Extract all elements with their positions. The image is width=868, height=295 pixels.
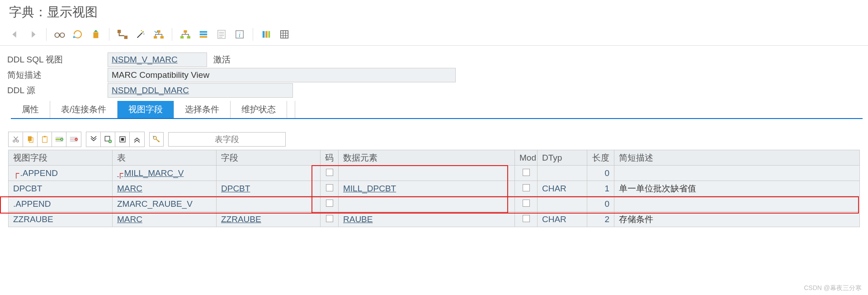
- structure-icon[interactable]: [179, 29, 191, 40]
- checkbox-icon[interactable]: [523, 215, 530, 222]
- cell-mod[interactable]: [515, 166, 538, 181]
- checkbox-icon[interactable]: [523, 184, 530, 191]
- grid-icon[interactable]: [278, 29, 290, 40]
- tab-maintenance[interactable]: 维护状态: [231, 101, 287, 118]
- tab-viewfields[interactable]: 视图字段: [118, 101, 174, 118]
- cell-field[interactable]: ZZRAUBE: [217, 212, 321, 227]
- cell-table[interactable]: MARC: [113, 181, 217, 196]
- ddl-sql-view-value[interactable]: NSDM_V_MARC: [108, 52, 207, 67]
- table-row[interactable]: .APPEND ZMARC_RAUBE_V 0: [9, 196, 860, 212]
- table-row[interactable]: DPCBT MARC DPCBT MILL_DPCBT CHAR 1 单一单位批…: [9, 181, 860, 196]
- collapse-all-icon[interactable]: [130, 132, 144, 147]
- cell-data-element[interactable]: RAUBE: [339, 212, 515, 227]
- cell-key[interactable]: [321, 196, 339, 212]
- svg-rect-13: [187, 36, 190, 39]
- col-table[interactable]: 表: [113, 150, 217, 166]
- cell-table[interactable]: MARC: [113, 212, 217, 227]
- tab-join[interactable]: 表/连接条件: [50, 101, 118, 118]
- cell-field[interactable]: [217, 166, 321, 181]
- delete-row-icon[interactable]: [66, 132, 81, 147]
- cell-mod[interactable]: [515, 196, 538, 212]
- col-dtyp[interactable]: DTyp: [538, 150, 587, 166]
- table-header-row: 视图字段 表 字段 码 数据元素 Mod DTyp 长度 简短描述: [9, 150, 860, 166]
- svg-rect-11: [184, 30, 187, 33]
- cell-view-field[interactable]: .APPEND: [9, 196, 113, 212]
- glasses-icon[interactable]: [54, 29, 66, 40]
- checkbox-icon[interactable]: [523, 200, 530, 207]
- view-fields-table: 视图字段 表 字段 码 数据元素 Mod DTyp 长度 简短描述 ┌.APPE…: [8, 150, 860, 227]
- cell-data-element[interactable]: MILL_DPCBT: [339, 181, 515, 196]
- cell-view-field[interactable]: ┌.APPEND: [9, 166, 113, 181]
- paste-icon[interactable]: [38, 132, 52, 147]
- ddl-sql-view-label: DDL SQL 视图: [5, 54, 108, 66]
- col-view-field[interactable]: 视图字段: [9, 150, 113, 166]
- wizard-icon[interactable]: [135, 29, 146, 40]
- insert-row-icon[interactable]: [52, 132, 66, 147]
- key-icon[interactable]: [149, 132, 164, 147]
- hierarchy-icon[interactable]: [153, 29, 165, 40]
- document-icon[interactable]: [216, 29, 227, 40]
- col-field[interactable]: 字段: [217, 150, 321, 166]
- svg-rect-29: [43, 136, 46, 138]
- activate-icon[interactable]: [90, 29, 102, 40]
- svg-rect-9: [154, 36, 157, 39]
- cell-field[interactable]: DPCBT: [217, 181, 321, 196]
- cell-key[interactable]: [321, 181, 339, 196]
- cell-dtyp: [538, 166, 587, 181]
- select-all-add-icon[interactable]: [101, 132, 115, 147]
- checkbox-icon[interactable]: [326, 200, 333, 207]
- separator: [172, 28, 172, 41]
- cell-field[interactable]: [217, 196, 321, 212]
- cell-dtyp: CHAR: [538, 181, 587, 196]
- col-short-desc[interactable]: 简短描述: [614, 150, 860, 166]
- where-used-icon[interactable]: [117, 29, 128, 40]
- cell-data-element[interactable]: [339, 196, 515, 212]
- cell-desc: 存储条件: [614, 212, 860, 227]
- copy-icon[interactable]: [23, 132, 38, 147]
- table-row[interactable]: ZZRAUBE MARC ZZRAUBE RAUBE CHAR 2 存储条件: [9, 212, 860, 227]
- col-mod[interactable]: Mod: [515, 150, 538, 166]
- cut-icon[interactable]: [9, 132, 23, 147]
- col-key[interactable]: 码: [321, 150, 339, 166]
- table-fields-button[interactable]: 表字段: [168, 132, 286, 147]
- cell-desc: 单一单位批次缺省值: [614, 181, 860, 196]
- svg-rect-14: [200, 31, 208, 33]
- cell-key[interactable]: [321, 212, 339, 227]
- cell-data-element[interactable]: [339, 166, 515, 181]
- cell-mod[interactable]: [515, 181, 538, 196]
- col-data-element[interactable]: 数据元素: [339, 150, 515, 166]
- page-title: 字典：显示视图: [0, 0, 868, 26]
- checkbox-icon[interactable]: [326, 184, 333, 191]
- cell-mod[interactable]: [515, 212, 538, 227]
- cell-view-field[interactable]: DPCBT: [9, 181, 113, 196]
- main-toolbar: i: [0, 26, 868, 46]
- svg-point-6: [141, 30, 142, 31]
- cell-table[interactable]: ┌MILL_MARC_V: [113, 166, 217, 181]
- cell-table[interactable]: ZMARC_RAUBE_V: [113, 196, 217, 212]
- svg-rect-4: [124, 36, 127, 39]
- cell-view-field[interactable]: ZZRAUBE: [9, 212, 113, 227]
- bracket-open-icon: ┌: [13, 168, 20, 178]
- refresh-icon[interactable]: [72, 29, 84, 40]
- svg-rect-28: [42, 137, 47, 143]
- select-all-icon[interactable]: [115, 132, 130, 147]
- separator: [109, 28, 109, 41]
- cell-key[interactable]: [321, 166, 339, 181]
- view-fields-table-wrap: 视图字段 表 字段 码 数据元素 Mod DTyp 长度 简短描述 ┌.APPE…: [0, 150, 868, 227]
- checkbox-icon[interactable]: [523, 169, 530, 176]
- info-icon[interactable]: i: [234, 29, 245, 40]
- svg-rect-2: [94, 32, 99, 38]
- columns-color-icon[interactable]: [260, 29, 272, 40]
- append-icon[interactable]: [198, 29, 209, 40]
- svg-point-5: [142, 31, 144, 33]
- checkbox-icon[interactable]: [326, 215, 333, 222]
- back-icon[interactable]: [9, 29, 21, 40]
- ddl-source-value[interactable]: NSDM_DDL_MARC: [108, 83, 293, 98]
- col-length[interactable]: 长度: [587, 150, 614, 166]
- tab-selection[interactable]: 选择条件: [174, 101, 231, 118]
- expand-all-icon[interactable]: [86, 132, 101, 147]
- tab-attributes[interactable]: 属性: [11, 101, 50, 118]
- forward-icon[interactable]: [27, 29, 39, 40]
- table-row[interactable]: ┌.APPEND ┌MILL_MARC_V 0: [9, 166, 860, 181]
- checkbox-icon[interactable]: [326, 169, 333, 176]
